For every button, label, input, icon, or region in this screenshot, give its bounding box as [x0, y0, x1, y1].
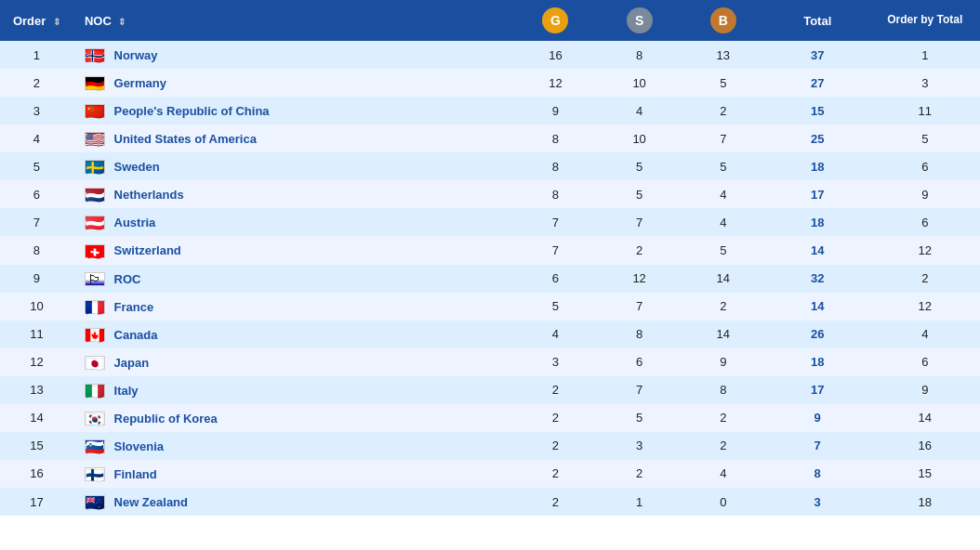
total-cell: 14	[765, 236, 870, 264]
gold-cell: 12	[513, 69, 597, 97]
silver-cell: 2	[598, 236, 682, 264]
country-name: Norway	[114, 48, 158, 62]
table-row: 7 🇦🇹 Austria 7 7 4 18 6	[0, 208, 980, 236]
medal-table: Order ⇕ NOC ⇕ G S B Total	[0, 0, 980, 516]
order-by-total-cell: 2	[870, 265, 980, 293]
silver-cell: 10	[598, 124, 682, 152]
noc-sort-icon: ⇕	[118, 17, 126, 27]
noc-cell: 🇦🇹 Austria	[73, 208, 513, 236]
bronze-cell: 2	[682, 97, 765, 124]
noc-cell: 🇨🇭 Switzerland	[73, 236, 513, 264]
gold-header: G	[513, 0, 597, 41]
order-by-total-cell: 6	[870, 152, 980, 180]
flag-icon: 🇺🇸	[85, 132, 105, 146]
total-cell: 37	[765, 41, 870, 69]
silver-cell: 2	[598, 460, 682, 488]
total-cell: 17	[765, 376, 870, 404]
gold-cell: 2	[513, 488, 597, 516]
gold-badge: G	[542, 7, 568, 33]
table-row: 1 🇳🇴 Norway 16 8 13 37 1	[0, 41, 980, 69]
country-name: Italy	[114, 384, 139, 398]
noc-cell: 🇨🇳 People's Republic of China	[73, 97, 513, 124]
total-cell: 25	[765, 124, 870, 152]
flag-icon: 🇸🇪	[85, 160, 105, 174]
bronze-cell: 5	[682, 236, 765, 264]
bronze-header: B	[682, 0, 765, 41]
bronze-cell: 2	[682, 432, 765, 460]
noc-cell: 🇸🇪 Sweden	[73, 152, 513, 180]
table-row: 13 🇮🇹 Italy 2 7 8 17 9	[0, 376, 980, 404]
noc-cell: 🇳🇱 Netherlands	[73, 180, 513, 208]
total-cell: 18	[765, 208, 870, 236]
order-label: Order	[13, 14, 46, 28]
order-by-total-cell: 15	[870, 460, 980, 488]
bronze-cell: 2	[682, 404, 765, 432]
country-name: France	[114, 300, 154, 314]
order-cell: 3	[0, 97, 73, 124]
total-cell: 7	[765, 432, 870, 460]
gold-cell: 2	[513, 404, 597, 432]
order-by-total-cell: 18	[870, 488, 980, 516]
gold-cell: 2	[513, 432, 597, 460]
country-name: Canada	[114, 328, 158, 342]
flag-icon: 🇯🇵	[85, 356, 105, 370]
noc-header[interactable]: NOC ⇕	[73, 0, 513, 41]
total-cell: 17	[765, 180, 870, 208]
silver-cell: 5	[598, 180, 682, 208]
noc-cell: 🇮🇹 Italy	[73, 376, 513, 404]
bronze-cell: 14	[682, 321, 765, 348]
order-by-total-cell: 6	[870, 208, 980, 236]
silver-cell: 3	[598, 432, 682, 460]
country-name: ROC	[114, 272, 141, 286]
order-sort-icon: ⇕	[53, 17, 60, 27]
bronze-cell: 4	[682, 460, 765, 488]
country-name: Austria	[114, 216, 156, 229]
gold-cell: 2	[513, 376, 597, 404]
order-cell: 6	[0, 180, 73, 208]
noc-cell: 🇨🇦 Canada	[73, 321, 513, 348]
order-cell: 1	[0, 41, 73, 69]
noc-cell: 🇰🇷 Republic of Korea	[73, 404, 513, 432]
flag-icon: 🇳🇱	[85, 188, 105, 202]
flag-icon: 🇨🇳	[85, 104, 105, 118]
bronze-cell: 5	[682, 69, 765, 97]
order-by-total-cell: 16	[870, 432, 980, 460]
table-row: 6 🇳🇱 Netherlands 8 5 4 17 9	[0, 180, 980, 208]
total-cell: 8	[765, 460, 870, 488]
noc-cell: 🇫🇷 France	[73, 293, 513, 321]
order-by-total-cell: 6	[870, 348, 980, 376]
flag-icon: 🇦🇹	[85, 216, 105, 229]
flag-icon: 🇫🇷	[85, 300, 105, 314]
gold-cell: 4	[513, 321, 597, 348]
flag-icon: 🇫🇮	[85, 467, 105, 481]
silver-cell: 7	[598, 293, 682, 321]
total-cell: 27	[765, 69, 870, 97]
noc-cell: 🇳🇴 Norway	[73, 41, 513, 69]
order-cell: 17	[0, 488, 73, 516]
total-cell: 3	[765, 488, 870, 516]
table-row: 5 🇸🇪 Sweden 8 5 5 18 6	[0, 152, 980, 180]
table-row: 16 🇫🇮 Finland 2 2 4 8 15	[0, 460, 980, 488]
silver-cell: 5	[598, 404, 682, 432]
order-by-total-cell: 1	[870, 41, 980, 69]
order-cell: 8	[0, 236, 73, 264]
total-cell: 14	[765, 293, 870, 321]
silver-cell: 12	[598, 265, 682, 293]
silver-header: S	[598, 0, 682, 41]
flag-icon: 🇳🇿	[85, 495, 105, 509]
order-by-total-cell: 4	[870, 321, 980, 348]
flag-icon: 🇸🇮	[85, 439, 105, 453]
order-cell: 5	[0, 152, 73, 180]
gold-cell: 3	[513, 348, 597, 376]
order-header[interactable]: Order ⇕	[0, 0, 73, 41]
order-cell: 15	[0, 432, 73, 460]
order-cell: 9	[0, 265, 73, 293]
table-row: 11 🇨🇦 Canada 4 8 14 26 4	[0, 321, 980, 348]
noc-cell: 🇩🇪 Germany	[73, 69, 513, 97]
gold-cell: 16	[513, 41, 597, 69]
bronze-cell: 4	[682, 208, 765, 236]
country-name: Japan	[114, 356, 150, 370]
gold-cell: 7	[513, 236, 597, 264]
table-row: 14 🇰🇷 Republic of Korea 2 5 2 9 14	[0, 404, 980, 432]
table-row: 3 🇨🇳 People's Republic of China 9 4 2 15…	[0, 97, 980, 124]
